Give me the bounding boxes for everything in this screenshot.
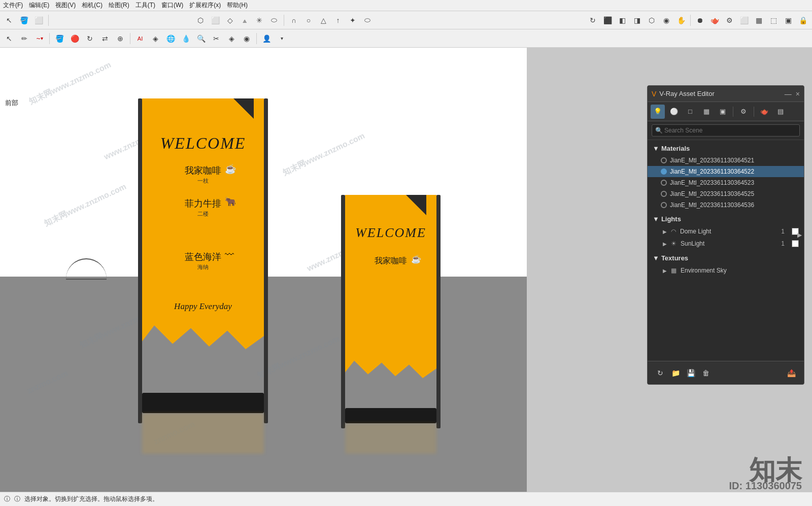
menu-extensions[interactable]: 扩展程序(x) — [189, 1, 221, 10]
user-drop-btn[interactable]: ▾ — [275, 31, 289, 46]
layout-btn-3[interactable]: ⬚ — [766, 13, 781, 27]
search-input[interactable] — [652, 124, 800, 137]
hand-btn[interactable]: ✋ — [674, 13, 688, 27]
select2-btn[interactable]: ↖ — [2, 31, 16, 46]
menu-edit[interactable]: 编辑(E) — [29, 1, 49, 10]
vray-render-btn[interactable]: ◈ — [148, 31, 162, 46]
material-item-2[interactable]: JianE_Mtl_2023361130364523 — [648, 177, 804, 188]
menu-camera[interactable]: 相机(C) — [82, 1, 103, 10]
vray-icon-materials-btn[interactable]: ⚪ — [667, 105, 681, 119]
menu-draw[interactable]: 绘图(R) — [109, 1, 129, 10]
vray-save-btn[interactable]: 💾 — [683, 365, 698, 381]
3d-viewport[interactable]: 知末网www.znzmo.com www.znzmo.com 知末网www.zn… — [0, 48, 527, 506]
eraser-tool-btn[interactable]: ⬜ — [31, 13, 46, 27]
vray-icon-teapot-btn[interactable]: 🫖 — [757, 105, 771, 119]
fill-btn[interactable]: 🪣 — [52, 31, 66, 46]
vray2-btn[interactable]: 🌐 — [163, 31, 178, 46]
tag-btn[interactable]: ◈ — [224, 31, 239, 46]
layout-btn-2[interactable]: ▦ — [752, 13, 766, 27]
textures-section-header[interactable]: ▼ Textures — [648, 252, 804, 264]
menu-file[interactable]: 文件(F) — [3, 1, 23, 10]
user-btn[interactable]: 👤 — [259, 31, 274, 46]
view-persp-btn[interactable]: ◉ — [659, 13, 673, 27]
view-3d-btn[interactable]: ⬡ — [645, 13, 659, 27]
arch-tools: ∩ ○ △ ↑ ✦ ⬭ — [287, 13, 375, 27]
tag2-btn[interactable]: ◉ — [240, 31, 254, 46]
material-item-1[interactable]: JianE_Mtl_2023361130364522 — [648, 166, 804, 177]
orbit-btn[interactable]: ↻ — [586, 13, 600, 27]
menu-help[interactable]: 帮助(H) — [227, 1, 248, 10]
arch-btn-1[interactable]: ∩ — [287, 13, 301, 27]
layout-btn-1[interactable]: ⬜ — [737, 13, 751, 27]
dome-sketch — [66, 258, 107, 279]
vray-logo-icon: V — [652, 90, 656, 98]
vray-close-btn[interactable]: × — [796, 90, 800, 98]
shape-btn-4[interactable]: ⟁ — [238, 13, 252, 27]
vray-icon-render-btn[interactable]: ▣ — [716, 105, 730, 119]
eyedrop-btn[interactable]: 🔴 — [67, 31, 82, 46]
sun-light-item[interactable]: ▶ ☀ SunLight 1 — [648, 238, 804, 250]
lights-section-header[interactable]: ▼ Lights — [648, 213, 804, 225]
dome-light-item[interactable]: ▶ ◠ Dome Light 1 — [648, 225, 804, 238]
menu-window[interactable]: 窗口(W) — [161, 1, 183, 10]
shape-btn-5[interactable]: ✳ — [252, 13, 266, 27]
measure-btn[interactable]: ✂ — [209, 31, 223, 46]
view-back-btn[interactable]: ◨ — [630, 13, 644, 27]
dome-light-icon: ◠ — [671, 228, 676, 235]
watermark-3: 知末网www.znzmo.com — [43, 182, 128, 229]
vray-delete-btn[interactable]: 🗑 — [698, 365, 714, 381]
pencil-btn[interactable]: ✏ — [17, 31, 31, 46]
arch-btn-6[interactable]: ⬭ — [360, 13, 375, 27]
material-item-0[interactable]: JianE_Mtl_2023361130364521 — [648, 155, 804, 166]
expand-panel-btn[interactable]: ▶ — [795, 229, 804, 241]
menu-tools[interactable]: 工具(T) — [136, 1, 155, 10]
vray-icon-textures-btn[interactable]: ▦ — [699, 105, 714, 119]
vray-refresh-btn[interactable]: ↻ — [653, 365, 668, 381]
teapot-btn[interactable]: 🫖 — [707, 13, 722, 27]
arch-btn-4[interactable]: ↑ — [331, 13, 345, 27]
layout-btn-5[interactable]: 🔒 — [796, 13, 810, 27]
arch-btn-2[interactable]: ○ — [301, 13, 316, 27]
vray-icon-display-btn[interactable]: ▤ — [773, 105, 788, 119]
view-cube-btn[interactable]: ⬛ — [600, 13, 615, 27]
settings-btn[interactable]: ⚙ — [722, 13, 736, 27]
arch-btn-5[interactable]: ✦ — [346, 13, 360, 27]
layout-btn-4[interactable]: ▣ — [781, 13, 795, 27]
vray3-btn[interactable]: 💧 — [179, 31, 193, 46]
material-item-3[interactable]: JianE_Mtl_2023361130364525 — [648, 188, 804, 199]
menu-view[interactable]: 视图(V) — [55, 1, 76, 10]
status-info-icon: ⓘ — [4, 495, 10, 503]
arch-btn-3[interactable]: △ — [316, 13, 330, 27]
shape-btn-2[interactable]: ⬜ — [208, 13, 222, 27]
stamp-btn[interactable]: ⊕ — [113, 31, 127, 46]
vray-export-btn[interactable]: 📤 — [784, 365, 799, 381]
ai-btn[interactable]: AI — [133, 31, 147, 46]
materials-section-header[interactable]: ▼ Materials — [648, 142, 804, 155]
materials-label: Materials — [661, 145, 690, 152]
vray-icon-sep2 — [754, 107, 754, 117]
render-btn[interactable]: ⏺ — [693, 13, 707, 27]
flip-btn[interactable]: ⇄ — [98, 31, 112, 46]
zoom-btn[interactable]: 🔍 — [194, 31, 208, 46]
env-sky-item[interactable]: ▶ ▦ Environment Sky — [648, 264, 804, 277]
vray-icon-lights-btn[interactable]: 💡 — [651, 105, 665, 119]
right-view-tools: ↻ ⬛ ◧ ◨ ⬡ ◉ ✋ ⏺ 🫖 ⚙ ⬜ ▦ ⬚ ▣ 🔒 — [586, 13, 810, 27]
material-dot-4 — [661, 202, 667, 208]
sep4 — [49, 33, 50, 44]
paint-tool-btn[interactable]: 🪣 — [17, 13, 31, 27]
rotate-btn[interactable]: ↻ — [83, 31, 97, 46]
shape-btn-6[interactable]: ⬭ — [267, 13, 281, 27]
brush-btn[interactable]: ~▾ — [32, 31, 47, 46]
shape-btn-3[interactable]: ◇ — [223, 13, 237, 27]
vray-open-btn[interactable]: 📁 — [668, 365, 683, 381]
vray-icon-settings-btn[interactable]: ⚙ — [736, 105, 751, 119]
select-tool-btn[interactable]: ↖ — [2, 13, 16, 27]
material-dot-3 — [661, 191, 667, 197]
vray-icon-geometry-btn[interactable]: □ — [683, 105, 697, 119]
status-info-icon2: ⓘ — [14, 495, 20, 503]
material-item-4[interactable]: JianE_Mtl_2023361130364536 — [648, 199, 804, 211]
shape-btn-1[interactable]: ⬡ — [193, 13, 208, 27]
view-front-btn[interactable]: ◧ — [615, 13, 629, 27]
vray-minimize-btn[interactable]: — — [785, 90, 792, 98]
vray-search-bar: 🔍 — [648, 121, 804, 140]
